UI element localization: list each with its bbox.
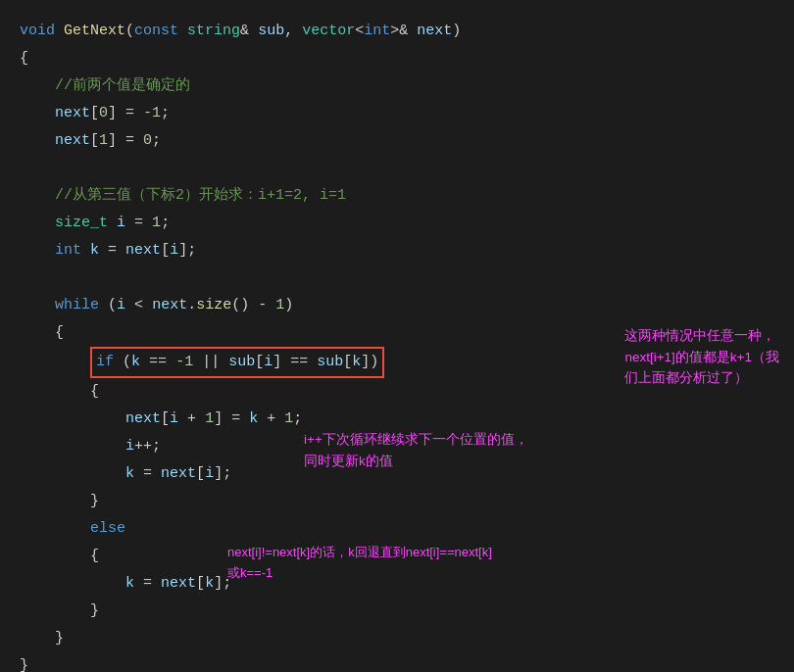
anno2-line2: 同时更新k的值 [304, 454, 393, 468]
annotation-if-condition: 这两种情况中任意一种， next[i+1]的值都是k+1（我 们上面都分析过了） [624, 325, 779, 389]
anno3-line2: 或k==-1 [227, 565, 273, 580]
anno1-line3: 们上面都分析过了） [624, 370, 748, 385]
anno3-line1: next[i]!=next[k]的话，k回退直到next[i]==next[k] [227, 545, 492, 559]
anno1-line1: 这两种情况中任意一种， [624, 328, 775, 343]
annotation-loop-update: i++下次循环继续求下一个位置的值， 同时更新k的值 [304, 429, 528, 471]
if-condition-box: if (k == -1 || sub[i] == sub[k]) [90, 347, 384, 378]
code-container: void GetNext(const string& sub, vector<i… [0, 0, 794, 672]
annotation-k-backtrack: next[i]!=next[k]的话，k回退直到next[i]==next[k]… [227, 543, 492, 584]
anno2-line1: i++下次循环继续求下一个位置的值， [304, 432, 528, 447]
anno1-line2: next[i+1]的值都是k+1（我 [624, 350, 779, 364]
